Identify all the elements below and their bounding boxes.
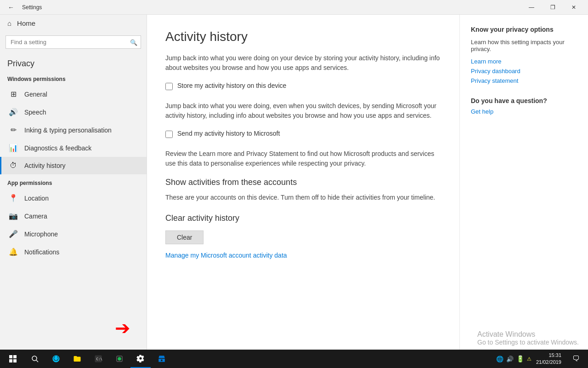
privacy-dashboard-link[interactable]: Privacy dashboard [471, 68, 577, 75]
sidebar-item-label: Diagnostics & feedback [24, 144, 91, 152]
checkbox-row-2: Send my activity history to Microsoft [165, 130, 441, 138]
sidebar: ⌂ Home 🔍 Privacy Windows permissions ⊞ G… [0, 15, 147, 350]
learn-more-link[interactable]: Learn more [471, 58, 577, 65]
clear-title: Clear activity history [165, 213, 441, 223]
windows-permissions-label: Windows permissions [0, 70, 147, 85]
close-button[interactable]: ✕ [563, 0, 584, 15]
sidebar-item-label: Microphone [24, 230, 58, 238]
title-bar: ← Settings — ❐ ✕ [0, 0, 588, 15]
sidebar-item-label: Speech [24, 109, 46, 116]
sidebar-item-label: Location [24, 195, 49, 202]
svg-point-4 [32, 356, 37, 361]
page-title: Activity history [165, 29, 441, 44]
sidebar-item-activity[interactable]: ⏱ Activity history [0, 157, 147, 174]
svg-rect-2 [9, 359, 12, 362]
app-body: ⌂ Home 🔍 Privacy Windows permissions ⊞ G… [0, 15, 588, 350]
get-help-link[interactable]: Get help [471, 108, 577, 115]
restore-button[interactable]: ❐ [542, 0, 563, 15]
intro-description: Jump back into what you were doing on yo… [165, 53, 441, 73]
notification-center[interactable]: 🗨 [566, 350, 586, 368]
start-button[interactable] [2, 350, 24, 368]
sidebar-item-camera[interactable]: 📷 Camera [0, 207, 147, 225]
manage-link[interactable]: Manage my Microsoft account activity dat… [165, 252, 441, 259]
svg-line-5 [36, 360, 38, 362]
svg-rect-1 [13, 355, 17, 358]
send-activity-label: Send my activity history to Microsoft [177, 130, 280, 137]
know-privacy-title: Know your privacy options [471, 26, 577, 33]
app-permissions-label: App permissions [0, 174, 147, 189]
title-bar-left: ← Settings [4, 0, 42, 15]
question-section: Do you have a question? Get help [471, 97, 577, 115]
sidebar-item-label: Inking & typing personalisation [24, 126, 112, 134]
content: Activity history Jump back into what you… [147, 15, 588, 350]
privacy-label: Privacy [0, 54, 147, 70]
location-icon: 📍 [9, 194, 18, 202]
sidebar-item-general[interactable]: ⊞ General [0, 85, 147, 103]
title-bar-title: Settings [22, 4, 42, 11]
taskbar-edge[interactable] [46, 350, 66, 368]
taskbar: C:\ 🌐 🔊 🔋 ⚠ 15:31 21/02/2019 🗨 [0, 350, 588, 368]
sidebar-item-location[interactable]: 📍 Location [0, 189, 147, 207]
taskbar-explorer[interactable] [67, 350, 87, 368]
network-warning: ⚠ [527, 356, 531, 362]
diagnostics-icon: 📊 [9, 144, 18, 152]
inking-icon: ✏ [9, 126, 18, 134]
svg-rect-0 [9, 355, 12, 358]
taskbar-cmd[interactable]: C:\ [88, 350, 108, 368]
sidebar-item-label: Activity history [24, 162, 65, 169]
store-activity-checkbox[interactable] [165, 83, 173, 90]
sidebar-item-label: Camera [24, 213, 47, 220]
search-input[interactable] [6, 35, 141, 49]
speech-icon: 🔊 [9, 108, 18, 116]
question-title: Do you have a question? [471, 97, 577, 104]
camera-icon: 📷 [9, 212, 18, 220]
network-icon[interactable]: 🌐 [496, 356, 503, 362]
sidebar-item-label: Notifications [24, 248, 59, 256]
home-icon: ⌂ [7, 19, 11, 27]
sidebar-item-notifications[interactable]: 🔔 Notifications [0, 243, 147, 261]
minimize-button[interactable]: — [521, 0, 542, 15]
show-activities-desc: These are your accounts on this device. … [165, 193, 441, 202]
sidebar-item-diagnostics[interactable]: 📊 Diagnostics & feedback [0, 139, 147, 157]
volume-icon[interactable]: 🔊 [506, 356, 514, 362]
taskbar-clock[interactable]: 15:31 21/02/2019 [532, 352, 565, 366]
svg-point-8 [118, 357, 121, 361]
sidebar-home-item[interactable]: ⌂ Home [0, 15, 147, 32]
clear-button[interactable]: Clear [165, 230, 204, 244]
general-icon: ⊞ [9, 90, 18, 98]
search-box: 🔍 [6, 35, 141, 49]
right-sidebar: Know your privacy options Learn how this… [459, 15, 588, 350]
title-bar-controls: — ❐ ✕ [521, 0, 584, 15]
notifications-icon: 🔔 [9, 247, 18, 256]
microphone-icon: 🎤 [9, 230, 18, 238]
know-privacy-desc: Learn how this setting impacts your priv… [471, 39, 577, 52]
sidebar-item-speech[interactable]: 🔊 Speech [0, 103, 147, 121]
activity-icon: ⏱ [9, 161, 18, 170]
back-button[interactable]: ← [4, 0, 18, 15]
search-icon: 🔍 [130, 39, 137, 46]
svg-rect-3 [13, 359, 17, 362]
battery-icon: 🔋 [516, 355, 524, 362]
taskbar-store[interactable] [152, 350, 172, 368]
description2: Jump back into what you were doing, even… [165, 101, 441, 121]
sidebar-item-microphone[interactable]: 🎤 Microphone [0, 225, 147, 243]
taskbar-search[interactable] [25, 350, 45, 368]
content-main: Activity history Jump back into what you… [147, 15, 459, 350]
clock-date: 21/02/2019 [536, 359, 561, 366]
store-activity-label: Store my activity history on this device [177, 82, 286, 89]
taskbar-sys-icons: 🌐 🔊 🔋 ⚠ [496, 355, 531, 362]
taskbar-settings[interactable] [130, 350, 151, 368]
show-activities-title: Show activities from these accounts [165, 178, 441, 187]
checkbox-row-1: Store my activity history on this device [165, 82, 441, 90]
send-activity-checkbox[interactable] [165, 131, 173, 138]
taskbar-network-icon[interactable] [109, 350, 130, 368]
privacy-statement-link[interactable]: Privacy statement [471, 77, 577, 84]
home-label: Home [17, 19, 35, 27]
know-privacy-section: Know your privacy options Learn how this… [471, 26, 577, 84]
privacy-note: Review the Learn more and Privacy Statem… [165, 149, 441, 168]
sidebar-item-inking[interactable]: ✏ Inking & typing personalisation [0, 121, 147, 139]
sidebar-item-label: General [24, 91, 47, 98]
svg-text:C:\: C:\ [96, 357, 103, 361]
clock-time: 15:31 [536, 352, 561, 359]
